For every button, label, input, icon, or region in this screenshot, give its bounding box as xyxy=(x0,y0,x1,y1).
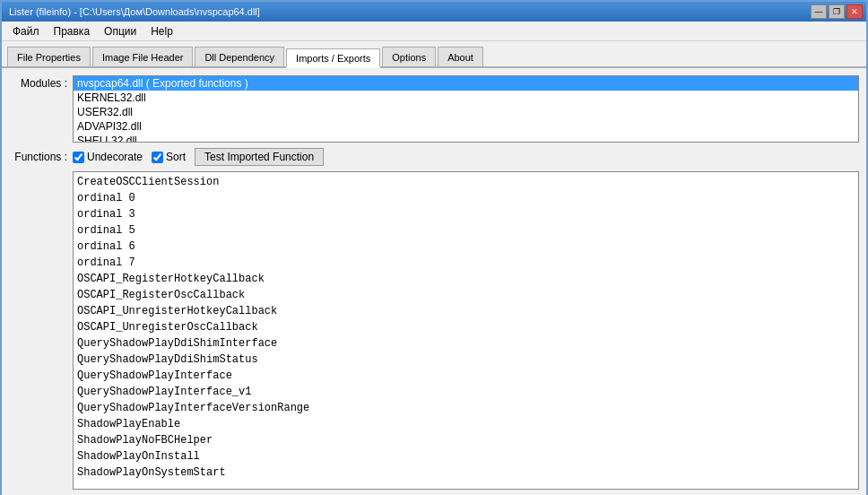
sort-checkbox[interactable] xyxy=(152,152,163,163)
tab-about[interactable]: About xyxy=(438,47,483,66)
function-item: ShadowPlayEnable xyxy=(77,416,855,432)
tab-options[interactable]: Options xyxy=(382,47,436,66)
function-item: QueryShadowPlayDdiShimStatus xyxy=(77,352,855,368)
tab-imports-exports[interactable]: Imports / Exports xyxy=(286,48,380,68)
function-item: OSCAPI_UnregisterHotkeyCallback xyxy=(77,303,855,319)
tab-bar: File Properties Image File Header Dll De… xyxy=(2,41,866,68)
function-item: ordinal 7 xyxy=(77,255,855,271)
test-imported-function-button[interactable]: Test Imported Function xyxy=(195,148,324,166)
modules-label: Modules : xyxy=(9,75,67,90)
sort-label: Sort xyxy=(166,151,186,163)
functions-list[interactable]: CreateOSCClientSessionordinal 0ordinal 3… xyxy=(73,171,859,490)
close-button[interactable]: ✕ xyxy=(846,4,863,19)
function-item: ordinal 5 xyxy=(77,222,855,239)
function-item: OSCAPI_UnregisterOscCallback xyxy=(77,319,855,335)
function-item: ordinal 3 xyxy=(77,206,855,222)
menu-options[interactable]: Опции xyxy=(97,23,143,39)
sort-checkbox-label[interactable]: Sort xyxy=(152,151,186,163)
function-item: QueryShadowPlayInterfaceVersionRange xyxy=(77,400,855,416)
function-item: ordinal 6 xyxy=(77,239,855,255)
function-item: QueryShadowPlayInterface xyxy=(77,368,855,384)
restore-button[interactable]: ❐ xyxy=(829,4,845,19)
function-item: ShadowPlayNoFBCHelper xyxy=(77,432,855,448)
functions-label: Functions : xyxy=(9,151,67,163)
menu-bar: Файл Правка Опции Help xyxy=(2,22,866,41)
module-item-2[interactable]: USER32.dll xyxy=(74,105,858,119)
module-item-3[interactable]: ADVAPI32.dll xyxy=(74,119,858,134)
minimize-button[interactable]: — xyxy=(811,4,827,19)
tab-dll-dependency[interactable]: Dll Dependency xyxy=(195,47,284,66)
menu-help[interactable]: Help xyxy=(143,23,180,39)
module-item-4[interactable]: SHELL32.dll xyxy=(74,134,858,143)
function-item: ordinal 0 xyxy=(77,190,855,206)
function-item: QueryShadowPlayDdiShimInterface xyxy=(77,335,855,352)
module-item-1[interactable]: KERNEL32.dll xyxy=(74,91,858,105)
function-item: QueryShadowPlayInterface_v1 xyxy=(77,384,855,400)
title-bar-buttons: — ❐ ✕ xyxy=(811,4,863,19)
modules-list[interactable]: nvspcap64.dll ( Exported functions ) KER… xyxy=(73,75,859,143)
function-item: ShadowPlayOnSystemStart xyxy=(77,465,855,481)
functions-list-wrapper: CreateOSCClientSessionordinal 0ordinal 3… xyxy=(73,171,859,490)
modules-section: Modules : nvspcap64.dll ( Exported funct… xyxy=(9,75,859,143)
main-content: Modules : nvspcap64.dll ( Exported funct… xyxy=(2,68,866,495)
function-item: OSCAPI_RegisterOscCallback xyxy=(77,287,855,303)
title-bar-text: Lister (fileinfo) - [C:\Users\Дом\Downlo… xyxy=(9,6,260,17)
functions-controls: Functions : Undecorate Sort Test Importe… xyxy=(9,148,859,166)
undecorate-checkbox-label[interactable]: Undecorate xyxy=(73,151,143,163)
menu-file[interactable]: Файл xyxy=(5,23,47,39)
undecorate-checkbox[interactable] xyxy=(73,152,84,163)
title-bar: Lister (fileinfo) - [C:\Users\Дом\Downlo… xyxy=(2,2,866,22)
tab-file-properties[interactable]: File Properties xyxy=(7,47,91,66)
module-item-0[interactable]: nvspcap64.dll ( Exported functions ) xyxy=(74,76,858,91)
undecorate-label: Undecorate xyxy=(87,151,143,163)
tab-image-file-header[interactable]: Image File Header xyxy=(92,47,194,66)
function-item: CreateOSCClientSession xyxy=(77,174,855,190)
function-item: OSCAPI_RegisterHotkeyCallback xyxy=(77,271,855,287)
menu-edit[interactable]: Правка xyxy=(47,23,98,39)
function-item: ShadowPlayOnInstall xyxy=(77,448,855,465)
